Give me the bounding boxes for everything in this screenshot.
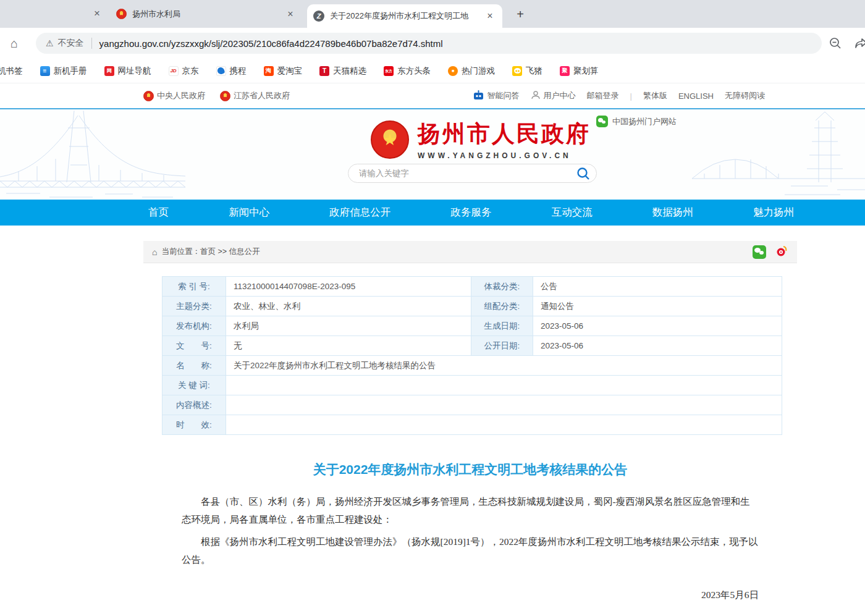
link-traditional[interactable]: 繁体版 [643,90,667,101]
link-mail-login[interactable]: 邮箱登录 [587,90,619,101]
bookmark-item[interactable]: 聚 聚划算 [560,65,599,77]
search-icon[interactable] [575,166,591,182]
bridge-art-left [0,109,185,200]
meta-label: 时 效: [162,415,226,435]
home-icon[interactable]: ⌂ [6,35,22,51]
table-row: 名 称: 关于2022年度扬州市水利工程文明工地考核结果的公告 [162,356,782,376]
nav-info-disclosure[interactable]: 政府信息公开 [329,206,390,219]
table-row: 时 效: [162,415,782,435]
bookmark-item[interactable]: 淘 爱淘宝 [264,65,303,77]
meta-value: 农业、林业、水利 [226,297,471,316]
bookmark-label: 携程 [230,65,247,77]
bookmark-label: 东方头条 [397,65,431,77]
bookmark-item[interactable]: T 天猫精选 [319,65,366,77]
site-header: ★ 扬州市人民政府 WWW.YANGZHOU.GOV.CN 中国扬州门户网站 [0,108,865,200]
table-row: 关 键 词: [162,376,782,395]
portal-link[interactable]: 中国扬州门户网站 [596,116,677,127]
meta-value: 2023-05-06 [533,336,782,356]
nav-charm[interactable]: 魅力扬州 [753,206,794,219]
close-icon[interactable]: × [284,8,297,20]
search-input[interactable] [348,169,596,178]
nav-home[interactable]: 首页 [148,206,169,219]
meta-value: 关于2022年度扬州市水利工程文明工地考核结果的公告 [226,356,782,376]
link-label: 用户中心 [544,90,576,101]
meta-label: 文 号: [162,336,226,356]
bookmark-item[interactable]: ≡ 新机手册 [40,65,87,77]
games-icon: ■ [448,66,458,76]
site-name: 扬州市人民政府 [418,119,591,150]
url-text[interactable]: yangzhou.gov.cn/yzszxxgk/slj/202305/210c… [99,38,443,49]
bookmark-item[interactable]: 网 网址导航 [104,65,151,77]
bookmark-item[interactable]: 飞猪 [512,65,542,77]
site-url: WWW.YANGZHOU.GOV.CN [418,151,591,160]
security-label[interactable]: 不安全 [58,38,84,49]
bookmark-item[interactable]: 东方 东方头条 [384,65,431,77]
meta-value: 11321000014407098E-2023-095 [226,277,471,297]
bookmark-item[interactable]: 机书签 [0,65,23,77]
meta-value: 水利局 [226,316,471,336]
nav-interaction[interactable]: 互动交流 [552,206,593,219]
close-icon[interactable]: × [90,7,104,20]
site-favicon: Z [313,11,324,22]
nav-data[interactable]: 数据扬州 [652,206,693,219]
article-paragraph: 各县（市、区）水利（务）局，扬州经济开发区城乡事务管理局，生态科技新城规划建设局… [182,493,759,528]
meta-label: 关 键 词: [162,376,226,395]
nav-news[interactable]: 新闻中心 [229,206,269,219]
table-row: 发布机构: 水利局 生成日期: 2023-05-06 [162,316,782,336]
link-accessibility[interactable]: 无障碍阅读 [725,90,765,101]
link-jiangsu-gov[interactable]: ★ 江苏省人民政府 [220,90,290,101]
link-english[interactable]: ENGLISH [678,91,714,101]
bookmark-item[interactable]: 携程 [216,65,247,77]
main-nav: 首页 新闻中心 政府信息公开 政务服务 互动交流 数据扬州 魅力扬州 [0,200,865,226]
breadcrumb-label[interactable]: 当前位置：首页 >> 信息公开 [161,247,260,257]
link-label: 智能问答 [487,90,520,101]
bookmark-label: 爱淘宝 [277,65,303,77]
meta-label: 体裁分类: [471,277,533,297]
tab-active-announcement[interactable]: Z 关于2022年度扬州市水利工程文明工地 × [307,4,502,28]
share-icon[interactable] [854,36,865,51]
bookmark-label: 京东 [182,65,199,77]
close-icon[interactable]: × [484,10,496,22]
link-label: 繁体版 [643,90,667,101]
tab-title: 扬州市水利局 [132,9,279,20]
gov-emblem-icon: ★ [143,91,154,101]
link-label: 中央人民政府 [157,90,205,101]
gov-emblem-icon: ★ [220,91,230,101]
address-divider [91,38,92,49]
link-label: 邮箱登录 [587,90,619,101]
zoom-out-icon[interactable] [828,36,843,51]
meta-value: 无 [226,336,471,356]
nav-services[interactable]: 政务服务 [450,206,491,219]
gov-emblem-favicon: ★ [116,9,127,19]
meta-label: 索 引 号: [162,277,226,297]
share-weibo-icon[interactable] [775,244,788,260]
bookmark-item[interactable]: ■ 热门游戏 [448,65,495,77]
meta-label: 生成日期: [471,316,533,336]
bookmark-label: 聚划算 [573,65,599,77]
link-user-center[interactable]: 用户中心 [531,90,576,102]
document-meta-table: 索 引 号: 11321000014407098E-2023-095 体裁分类:… [162,276,782,435]
link-smart-qa[interactable]: 智能问答 [473,90,520,102]
meta-label: 公开日期: [471,336,533,356]
bridge-art-right [692,109,865,200]
meta-label: 主题分类: [162,297,226,316]
meta-label: 发布机构: [162,316,226,336]
meta-value [226,376,782,395]
link-central-gov[interactable]: ★ 中央人民政府 [143,90,205,101]
toutiao-icon: 东方 [384,66,394,76]
meta-value [226,415,782,435]
new-tab-button[interactable]: + [513,7,528,22]
tab-yangzhou-water-bureau[interactable]: ★ 扬州市水利局 × [110,0,303,28]
meta-value: 2023-05-06 [533,316,782,336]
divider: | [630,91,632,101]
site-logo[interactable]: ★ 扬州市人民政府 WWW.YANGZHOU.GOV.CN [371,119,591,160]
bookmarks-bar: 机书签 ≡ 新机手册 网 网址导航 JD 京东 携程 淘 爱淘宝 T 天猫精选 … [0,59,865,83]
table-row: 主题分类: 农业、林业、水利 组配分类: 通知公告 [162,297,782,316]
jd-icon: JD [169,66,179,76]
warning-icon: ⚠ [46,38,54,48]
bookmark-item[interactable]: JD 京东 [169,65,199,77]
meta-label: 内容概述: [162,395,226,415]
ctrip-dolphin-icon [216,66,226,76]
share-wechat-icon[interactable] [753,245,766,259]
address-bar[interactable]: ⚠ 不安全 yangzhou.gov.cn/yzszxxgk/slj/20230… [36,33,822,54]
